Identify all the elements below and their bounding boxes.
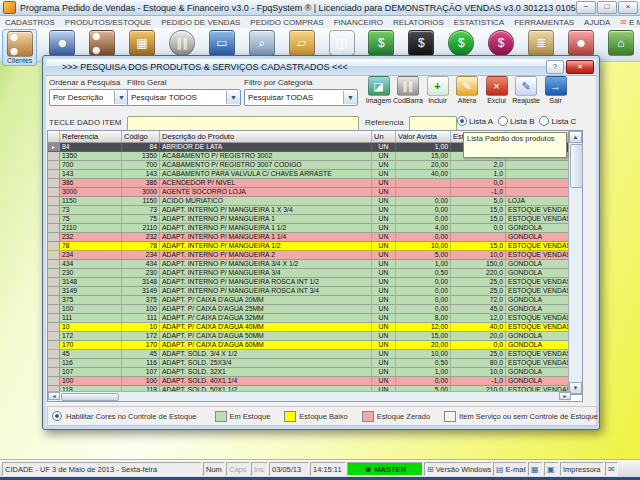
toolbar-button-calculator[interactable]: $: [406, 29, 436, 57]
menu-item-financeiro[interactable]: FINANCEIRO: [334, 18, 383, 27]
menu-item-estatistica[interactable]: ESTATISTICA: [454, 18, 504, 27]
action-button-imagem[interactable]: ◪Imagem: [365, 76, 392, 114]
toolbar-button-barcode[interactable]: ∥∥: [167, 29, 197, 57]
filter-select-filtro-geral[interactable]: Pesquisar TODOS▼: [127, 89, 241, 106]
table-row[interactable]: 7373ADAPT. INTERNO P/ MANGUEIRA 1 X 3/4U…: [48, 206, 582, 215]
table-row[interactable]: 100100ADAPT. SOLD. 40X1.1/4UN0,00-1,0GON…: [48, 377, 582, 386]
toolbar-button-exit-door[interactable]: ⌂: [606, 29, 636, 57]
menu-item-pedido-compras[interactable]: PEDIDO COMPRAS: [250, 18, 323, 27]
menu-item-produtos-estoque[interactable]: PRODUTOS/ESTOQUE: [65, 18, 151, 27]
action-button-exclui[interactable]: ×Exclui: [483, 76, 510, 114]
column-header-descri-o-do-produto[interactable]: Descrição do Produto: [160, 131, 372, 142]
cell-local: GONDOLA: [506, 332, 571, 340]
menu-item-pedido-de-vendas[interactable]: PEDIDO DE VENDAS: [161, 18, 240, 27]
menu-item-e-mail[interactable]: ✉E MAIL: [620, 18, 640, 27]
table-row[interactable]: 31493149ADAPT. INTERNO P/ MANGUEIRA ROSC…: [48, 287, 582, 296]
action-button-reajuste[interactable]: ✎Reajuste: [513, 76, 540, 114]
legend-enable-colors-toggle[interactable]: Habilitar Cores no Controle de Estoque: [52, 411, 197, 421]
toolbar-button-user-blue[interactable]: ☻: [47, 29, 77, 57]
table-row[interactable]: 234234ADAPT. INTERNO P/ MANGUEIRA 2UN5,0…: [48, 251, 582, 260]
folder-icon: ▱: [289, 30, 315, 56]
table-row[interactable]: 1010ADAPT. P/ CAIXA D'AGUA 40MMUN12,0040…: [48, 323, 582, 332]
column-header-c-digo[interactable]: Código: [122, 131, 160, 142]
column-header-col0[interactable]: [48, 131, 60, 142]
table-row[interactable]: 116116ADAPT. SOLD. 25X3/4UN0,5080,0ESTOQ…: [48, 359, 582, 368]
vertical-scroll-thumb[interactable]: [570, 144, 583, 188]
toolbar-button-search-doc[interactable]: ⌕: [247, 29, 277, 57]
column-header-un[interactable]: Un: [372, 131, 396, 142]
column-header-referencia[interactable]: Referencia: [60, 131, 122, 142]
row-marker: [48, 170, 60, 178]
table-row[interactable]: 386386ACENDEDOR P/ NIVELUN0,0: [48, 179, 582, 188]
vertical-scrollbar[interactable]: ▲ ▼: [568, 131, 582, 394]
cell-local: ESTOQUE VENDAS: [506, 278, 571, 286]
scroll-left-icon[interactable]: ◄: [48, 392, 60, 400]
cell-un: UN: [372, 305, 396, 313]
action-button-sair[interactable]: →Sair: [542, 76, 569, 114]
table-row[interactable]: 700700ACABAMENTO P/ REGISTRO 3007 CODIGO…: [48, 161, 582, 170]
toolbar-button-scroll[interactable]: ≣: [526, 29, 556, 57]
scroll-right-icon[interactable]: ►: [559, 392, 571, 400]
table-row[interactable]: 11501150ACIDO MURIATICOUN0,005,0LOJA: [48, 197, 582, 206]
table-row[interactable]: 375375ADAPT. P/ CAIXA D'AGUA 20MMUN0,007…: [48, 296, 582, 305]
filter-select-filtro-por-categoria[interactable]: Pesquisar TODAS▼: [244, 89, 358, 106]
menu-item-cadastros[interactable]: CADASTROS: [5, 18, 55, 27]
table-row[interactable]: 107107ADAPT. SOLD. 32X1UN1,0010,0GONDOLA: [48, 368, 582, 377]
horizontal-scrollbar[interactable]: ◄ ►: [48, 391, 571, 401]
toolbar-button-clientes[interactable]: ☻☻Clientes: [2, 29, 37, 66]
table-row[interactable]: 30003000AGENTE SOCORRO LOJAUN-1,0: [48, 188, 582, 197]
action-button-incluir[interactable]: +Incluir: [424, 76, 451, 114]
action-button-altera[interactable]: ✎Altera: [454, 76, 481, 114]
table-row[interactable]: 100100ADAPT. P/ CAIXA D'AGUA 25MMUN0,004…: [48, 305, 582, 314]
table-row[interactable]: 172172ADAPT. P/ CAIXA D'AGUA 50MMUN15,00…: [48, 332, 582, 341]
menu-item-relatorios[interactable]: RELATORIOS: [393, 18, 444, 27]
toolbar-button-monitor[interactable]: ▭: [207, 29, 237, 57]
toolbar-button-folder[interactable]: ▱: [287, 29, 317, 57]
table-row[interactable]: 143143ACABAMENTO PARA VALVULA C/ CHAVES …: [48, 170, 582, 179]
toolbar-button-dollar-red[interactable]: $: [486, 29, 516, 57]
radio-lista-a[interactable]: Lista A: [457, 116, 493, 126]
cell-codigo: 434: [122, 260, 160, 268]
toolbar-button-products-box[interactable]: ▦: [127, 29, 157, 57]
table-row[interactable]: 31483148ADAPT. INTERNO P/ MANGUEIRA ROSC…: [48, 278, 582, 287]
dialog-close-button[interactable]: ×: [566, 60, 594, 74]
table-row[interactable]: 434434ADAPT. INTERNO P/ MANGUEIRA 3/4 X …: [48, 260, 582, 269]
table-row[interactable]: 232232ADAPT. INTERNO P/ MANGUEIRA 1 1/4U…: [48, 233, 582, 242]
cell-referencia: 116: [60, 359, 122, 367]
table-row[interactable]: 230230ADAPT. INTERNO P/ MANGUEIRA 3/4UN0…: [48, 269, 582, 278]
filter-select-ordenar-a-pesquisa[interactable]: Por Descrição▼: [49, 89, 129, 106]
row-marker: [48, 233, 60, 241]
table-row[interactable]: 170170ADAPT. P/ CAIXA D'AGUA 60MMUN20,00…: [48, 341, 582, 350]
scroll-up-icon[interactable]: ▲: [569, 131, 582, 143]
toolbar-button-users-pair[interactable]: ☻☻: [87, 29, 117, 57]
cell-referencia: 232: [60, 233, 122, 241]
row-marker: [48, 152, 60, 160]
table-row[interactable]: 111111ADAPT. P/ CAIXA D'AGUA 32MMUN8,001…: [48, 314, 582, 323]
close-button[interactable]: ×: [618, 1, 638, 14]
horizontal-scroll-thumb[interactable]: [61, 393, 119, 401]
cell-referencia: 1350: [60, 152, 122, 160]
help-button[interactable]: ?: [546, 60, 564, 74]
cell-un: UN: [372, 359, 396, 367]
action-button-codbarra[interactable]: ∥∥CodBarra: [395, 76, 422, 114]
cell-estoque: 2,0: [451, 161, 506, 169]
cell-codigo: 2110: [122, 224, 160, 232]
menu-item-ajuda[interactable]: AJUDA: [584, 18, 610, 27]
radio-lista-b[interactable]: Lista B: [498, 116, 534, 126]
table-row[interactable]: 21102110ADAPT. INTERNO P/ MANGUEIRA 1 1/…: [48, 224, 582, 233]
column-header-valor-avista[interactable]: Valor Avista: [396, 131, 451, 142]
menu-item-ferramentas[interactable]: FERRAMENTAS: [514, 18, 574, 27]
table-row[interactable]: 4545ADAPT. SOLD. 3/4 X 1/2UN10,0025,0EST…: [48, 350, 582, 359]
cell-codigo: 3148: [122, 278, 160, 286]
toolbar-button-dollar-green[interactable]: $: [446, 29, 476, 57]
cell-codigo: 84: [122, 143, 160, 151]
table-row[interactable]: 7878ADAPT. INTERNO P/ MANGUEIRA 1/2UN10,…: [48, 242, 582, 251]
toolbar-button-basket[interactable]: ◫: [327, 29, 357, 57]
toolbar-button-money-chart[interactable]: $: [366, 29, 396, 57]
cell-valor: 15,00: [396, 332, 451, 340]
restore-button[interactable]: □: [597, 1, 617, 14]
minimize-button[interactable]: −: [576, 1, 596, 14]
table-row[interactable]: 7575ADAPT. INTERNO P/ MANGUEIRA 1UN0,001…: [48, 215, 582, 224]
radio-lista-c[interactable]: Lista C: [539, 116, 576, 126]
toolbar-button-assistant[interactable]: ☻: [566, 29, 596, 57]
